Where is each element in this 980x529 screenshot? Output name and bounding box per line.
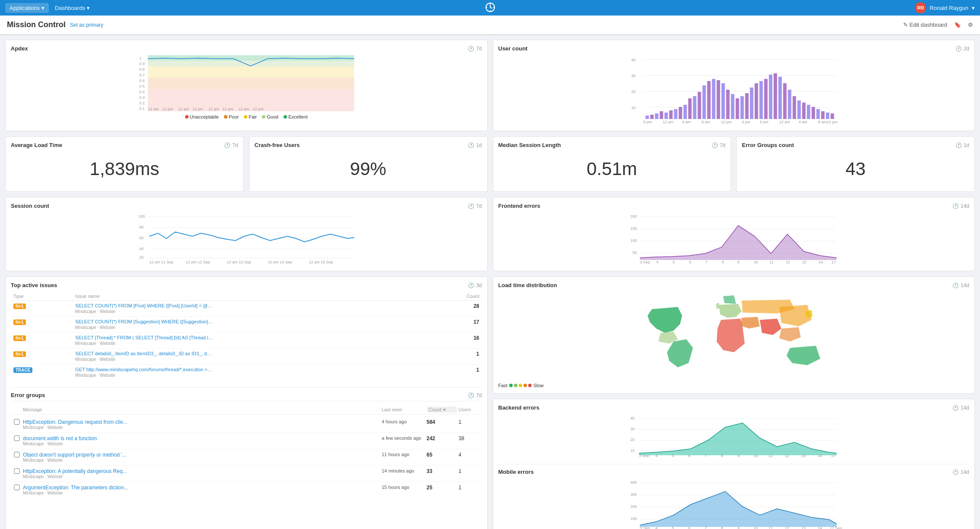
svg-text:3 Sep: 3 Sep bbox=[640, 526, 650, 529]
median-session-period: 7d bbox=[720, 142, 725, 148]
svg-text:12 pm 12 Sep: 12 pm 12 Sep bbox=[186, 260, 210, 264]
backend-errors-clock: 🕐 bbox=[952, 405, 959, 411]
eg-check-3[interactable] bbox=[13, 452, 21, 457]
svg-rect-55 bbox=[754, 83, 758, 119]
dashboards-menu[interactable]: Dashboards ▾ bbox=[50, 3, 94, 13]
backend-errors-header: Backend errors 🕐 14d bbox=[498, 404, 970, 411]
crash-free-header: Crash-free Users 🕐 1d bbox=[255, 142, 482, 148]
svg-rect-44 bbox=[702, 85, 706, 119]
svg-text:7: 7 bbox=[704, 454, 706, 457]
applications-chevron: ▾ bbox=[41, 5, 44, 11]
eg-row-1: HttpException: Dangerous request from cl… bbox=[11, 416, 482, 433]
error-groups-count-card: Error Groups count 🕐 1d 43 bbox=[736, 136, 975, 192]
dashboards-chevron: ▾ bbox=[87, 5, 90, 11]
eg-time-1: 4 hours ago bbox=[382, 419, 425, 424]
svg-marker-150 bbox=[640, 491, 836, 527]
avg-load-header: Average Load Time 🕐 7d bbox=[11, 142, 238, 148]
top-issues-header: Top active issues 🕐 3d bbox=[11, 282, 482, 288]
issue-row-1: N+1 SELECT COUNT(*) FROM [Post] WHERE ([… bbox=[11, 301, 482, 317]
svg-rect-62 bbox=[788, 90, 791, 119]
svg-text:8 pm: 8 pm bbox=[643, 120, 652, 124]
error-groups-count-title: Error Groups count bbox=[742, 142, 794, 148]
eg-msg-2[interactable]: document.width is not a function bbox=[23, 435, 380, 441]
median-session-value: 0.51m bbox=[498, 152, 726, 186]
error-groups-count-value: 43 bbox=[742, 152, 969, 186]
apdex-card: Apdex 🕐 7d 1 0.9 0.8 0.7 0.6 0.5 0.4 0.3… bbox=[5, 40, 488, 131]
median-session-meta: 🕐 7d bbox=[712, 142, 725, 148]
svg-text:8: 8 bbox=[721, 454, 723, 457]
eg-source-5: Mindscape · Website bbox=[23, 491, 380, 495]
svg-text:100: 100 bbox=[630, 516, 637, 521]
svg-text:20: 20 bbox=[630, 438, 634, 442]
page-title: Mission Control bbox=[7, 20, 66, 29]
mobile-errors-header: Mobile errors 🕐 14d bbox=[498, 469, 970, 475]
eg-check-2[interactable] bbox=[13, 435, 21, 441]
issue-badge-3: N+1 bbox=[11, 333, 72, 349]
eg-users-4: 1 bbox=[459, 468, 480, 474]
bookmark-icon[interactable]: 🔖 bbox=[954, 22, 961, 28]
svg-text:100: 100 bbox=[630, 238, 637, 243]
backend-errors-period: 14d bbox=[961, 405, 969, 411]
frontend-errors-clock: 🕐 bbox=[952, 203, 959, 209]
svg-text:17 Sep: 17 Sep bbox=[829, 526, 842, 529]
eg-msg-1[interactable]: HttpException: Dangerous request from cl… bbox=[23, 419, 380, 425]
issue-badge-4: N+1 bbox=[11, 349, 72, 365]
eg-count-3: 65 bbox=[427, 452, 457, 458]
svg-rect-57 bbox=[764, 79, 767, 119]
eg-time-4: 14 minutes ago bbox=[382, 468, 425, 473]
top-nav: Applications ▾ Dashboards ▾ RR Ronald Ra… bbox=[0, 0, 980, 16]
svg-text:400: 400 bbox=[630, 480, 637, 485]
median-session-title: Median Session Length bbox=[498, 142, 561, 148]
eg-msg-4[interactable]: HttpException: A potentially dangerous R… bbox=[23, 468, 380, 474]
svg-rect-43 bbox=[697, 92, 701, 119]
error-groups-section: Error groups 🕐 7d Message Last seen Coun… bbox=[11, 387, 482, 498]
svg-text:6: 6 bbox=[689, 260, 691, 264]
backend-errors-meta: 🕐 14d bbox=[952, 405, 969, 411]
svg-text:150: 150 bbox=[630, 226, 637, 231]
edit-icon: ✎ bbox=[903, 22, 908, 28]
eg-msg-3[interactable]: Object doesn't support property or metho… bbox=[23, 452, 380, 458]
nav-right: RR Ronald Raygun ▾ bbox=[915, 2, 975, 13]
dot-2 bbox=[514, 384, 517, 387]
svg-rect-71 bbox=[830, 113, 834, 119]
user-count-card: User count 🕐 2d 40 30 20 10 bbox=[493, 40, 975, 131]
svg-text:40: 40 bbox=[630, 416, 634, 420]
svg-rect-59 bbox=[773, 73, 777, 119]
eg-check-4[interactable] bbox=[13, 468, 21, 474]
issue-row-4: N+1 SELECT details0_.ItemID as ItemID3_,… bbox=[11, 349, 482, 365]
applications-menu[interactable]: Applications ▾ bbox=[5, 3, 49, 13]
settings-icon[interactable]: ⚙ bbox=[968, 22, 973, 28]
eg-row-2: document.width is not a function Mindsca… bbox=[11, 433, 482, 449]
user-count-header: User count 🕐 2d bbox=[498, 45, 970, 52]
svg-rect-14 bbox=[148, 78, 354, 89]
nav-left: Applications ▾ Dashboards ▾ bbox=[5, 3, 94, 13]
svg-text:30: 30 bbox=[631, 74, 635, 78]
svg-text:11: 11 bbox=[768, 454, 772, 457]
svg-text:11: 11 bbox=[768, 526, 772, 529]
svg-text:8: 8 bbox=[722, 260, 724, 264]
eg-msg-5[interactable]: ArgumentException: The parameters dictio… bbox=[23, 485, 380, 491]
issue-row-3: N+1 SELECT [Thread].* FROM ( SELECT [Thr… bbox=[11, 333, 482, 349]
svg-text:9: 9 bbox=[737, 526, 739, 529]
svg-text:4: 4 bbox=[655, 526, 657, 529]
avg-load-card: Average Load Time 🕐 7d 1,839ms bbox=[5, 136, 244, 192]
svg-rect-60 bbox=[778, 77, 781, 119]
svg-rect-42 bbox=[693, 96, 696, 119]
svg-text:10: 10 bbox=[631, 106, 635, 110]
set-primary-link[interactable]: Set as primary bbox=[70, 22, 103, 28]
svg-text:12 am: 12 am bbox=[239, 107, 249, 111]
svg-text:0.7: 0.7 bbox=[139, 73, 145, 77]
issue-count-1: 28 bbox=[436, 301, 482, 317]
svg-rect-49 bbox=[726, 90, 729, 119]
eg-check-1[interactable] bbox=[13, 419, 21, 425]
load-time-title: Load time distribution bbox=[498, 282, 558, 288]
bar-actions: ✎ Edit dashboard 🔖 ⚙ bbox=[903, 22, 973, 28]
crash-free-title: Crash-free Users bbox=[255, 142, 300, 148]
svg-text:40: 40 bbox=[139, 247, 144, 251]
svg-text:8 pm: 8 pm bbox=[759, 120, 768, 124]
avatar: RR bbox=[915, 2, 926, 13]
avg-load-meta: 🕐 7d bbox=[224, 142, 238, 148]
eg-check-5[interactable] bbox=[13, 485, 21, 490]
eg-count-col[interactable]: Count ▼ bbox=[427, 407, 457, 413]
edit-dashboard-link[interactable]: ✎ Edit dashboard bbox=[903, 22, 947, 28]
